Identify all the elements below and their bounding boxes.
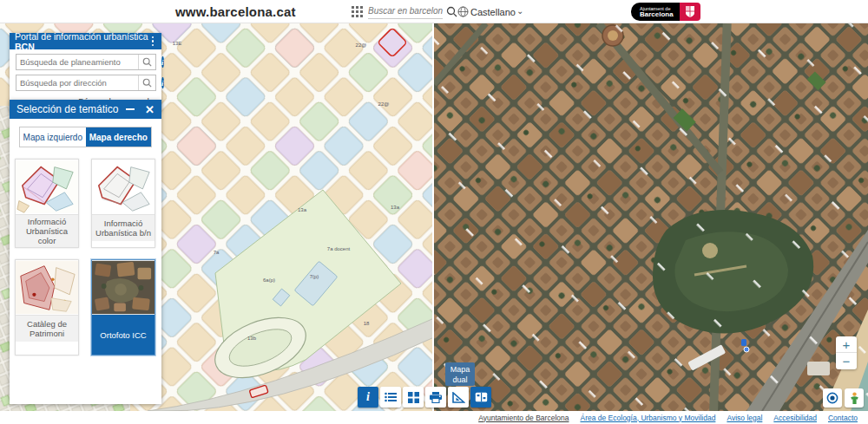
zoom-in-button[interactable]: + xyxy=(836,336,857,353)
language-selector[interactable]: Castellano xyxy=(470,7,516,17)
search-icon[interactable] xyxy=(446,5,457,21)
footer-link-aviso-legal[interactable]: Aviso legal xyxy=(727,414,762,422)
footer-link-ayuntamiento[interactable]: Ayuntamiento de Barcelona xyxy=(478,414,569,422)
dialog-header: Selección de temático ✕ xyxy=(10,100,161,119)
tab-left-map[interactable]: Mapa izquierdo xyxy=(20,127,86,147)
urbanistic-color-thumbnail xyxy=(16,160,78,214)
ortofoto-thumbnail xyxy=(92,260,155,315)
zoom-out-button[interactable]: − xyxy=(836,353,857,369)
ajuntament-logo[interactable]: Ajuntament de Barcelona xyxy=(631,3,700,21)
target-icon xyxy=(826,392,838,404)
print-icon xyxy=(430,392,442,403)
map-toolbar: i xyxy=(358,387,491,408)
minimize-icon[interactable] xyxy=(126,108,136,110)
dialog-title: Selección de temático xyxy=(16,103,118,115)
footer: Ayuntamiento de Barcelona Área de Ecolog… xyxy=(0,411,868,424)
address-info-icon[interactable]: i xyxy=(161,77,164,88)
info-icon: i xyxy=(366,390,370,404)
print-button[interactable] xyxy=(425,387,446,408)
list-icon xyxy=(385,392,397,402)
option-cataleg-patrimoni[interactable]: Catàleg de Patrimoni xyxy=(15,259,79,356)
grid-view-button[interactable] xyxy=(403,387,424,408)
panel-header: Portal de información urbanística BCN xyxy=(10,33,161,49)
panel-menu-icon[interactable] xyxy=(149,35,157,49)
planning-info-icon[interactable]: i xyxy=(161,56,164,68)
option-urbanistic-bn[interactable]: Informació Urbanística b/n xyxy=(91,159,155,248)
dual-map-icon xyxy=(475,392,488,402)
logo-text: Ajuntament de Barcelona xyxy=(631,3,680,21)
geolocate-button[interactable] xyxy=(823,388,842,408)
close-icon[interactable]: ✕ xyxy=(145,104,155,115)
apps-grid-icon[interactable] xyxy=(352,6,363,17)
planning-search-button[interactable] xyxy=(138,55,155,69)
top-header: www.barcelona.cat Castellano ⌄ Ajuntamen… xyxy=(0,0,868,23)
grid-icon xyxy=(408,392,419,403)
planning-search-input[interactable] xyxy=(16,55,138,69)
global-search-input[interactable] xyxy=(368,3,443,19)
list-button[interactable] xyxy=(380,387,401,408)
right-map-orthophoto[interactable] xyxy=(434,23,868,411)
footer-link-ecologia[interactable]: Área de Ecología, Urbanismo y Movilidad xyxy=(580,414,715,422)
address-search-input[interactable] xyxy=(16,75,138,90)
barcelona-shield-icon xyxy=(680,3,700,21)
patrimoni-thumbnail xyxy=(16,260,78,315)
urbanistic-bn-thumbnail xyxy=(92,160,155,214)
thematic-options: Informació Urbanística color Informació … xyxy=(15,159,161,356)
site-title: www.barcelona.cat xyxy=(175,4,296,19)
footer-link-contacto[interactable]: Contacto xyxy=(828,414,858,422)
thematic-selection-dialog: Selección de temático ✕ Mapa izquierdo M… xyxy=(10,100,161,404)
measure-icon xyxy=(452,392,465,403)
zoom-control: + − xyxy=(836,336,857,369)
map-side-tabs: Mapa izquierdo Mapa derecho xyxy=(19,127,152,147)
dual-map-button[interactable] xyxy=(470,387,491,408)
bottom-right-controls xyxy=(823,388,864,408)
app-window: 13E13E7a13a13a22@22@7a docent6a(p)7(p)13… xyxy=(0,0,868,424)
tab-right-map[interactable]: Mapa derecho xyxy=(86,127,152,147)
globe-icon xyxy=(457,5,469,21)
footer-link-accesibilidad[interactable]: Accesibilidad xyxy=(773,414,817,422)
option-urbanistic-color[interactable]: Informació Urbanística color xyxy=(15,159,79,248)
orthophoto-graphic xyxy=(434,23,868,411)
info-button[interactable]: i xyxy=(358,387,378,408)
address-search-button[interactable] xyxy=(138,75,155,90)
chevron-down-icon[interactable]: ⌄ xyxy=(516,6,523,16)
dual-map-tooltip: Mapa dual xyxy=(445,362,475,386)
option-ortofoto-icc[interactable]: Ortofoto ICC xyxy=(91,259,155,356)
pegman-icon xyxy=(849,392,860,405)
streetview-button[interactable] xyxy=(845,388,864,408)
measure-button[interactable] xyxy=(448,387,469,408)
panel-title: Portal de información urbanística BCN xyxy=(15,31,149,52)
